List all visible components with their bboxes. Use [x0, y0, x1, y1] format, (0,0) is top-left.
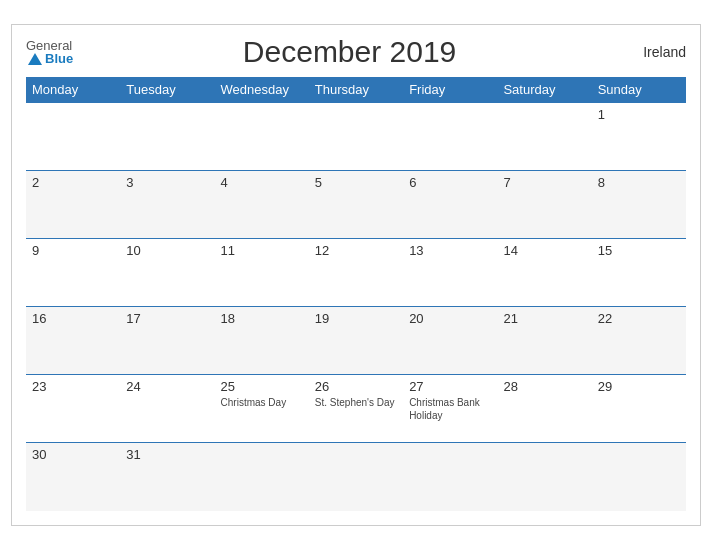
day-number: 30	[32, 447, 114, 462]
day-number: 5	[315, 175, 397, 190]
day-number: 17	[126, 311, 208, 326]
calendar-day-cell	[120, 103, 214, 171]
country-label: Ireland	[626, 44, 686, 60]
weekday-header-sunday: Sunday	[592, 77, 686, 103]
calendar-day-cell	[26, 103, 120, 171]
calendar-day-cell: 12	[309, 239, 403, 307]
calendar-day-cell: 14	[497, 239, 591, 307]
calendar-day-cell: 31	[120, 443, 214, 511]
day-number: 12	[315, 243, 397, 258]
calendar-day-cell: 11	[215, 239, 309, 307]
calendar-container: General Blue December 2019 Ireland Monda…	[11, 24, 701, 526]
day-number: 10	[126, 243, 208, 258]
calendar-day-cell	[309, 103, 403, 171]
day-number: 2	[32, 175, 114, 190]
calendar-day-cell: 4	[215, 171, 309, 239]
day-number: 4	[221, 175, 303, 190]
calendar-day-cell	[403, 443, 497, 511]
calendar-week-row: 1	[26, 103, 686, 171]
calendar-day-cell: 27Christmas Bank Holiday	[403, 375, 497, 443]
day-number: 22	[598, 311, 680, 326]
calendar-day-cell: 29	[592, 375, 686, 443]
day-number: 21	[503, 311, 585, 326]
calendar-day-cell	[497, 103, 591, 171]
calendar-day-cell	[215, 103, 309, 171]
day-number: 29	[598, 379, 680, 394]
calendar-week-row: 2345678	[26, 171, 686, 239]
day-number: 14	[503, 243, 585, 258]
day-number: 27	[409, 379, 491, 394]
calendar-day-cell: 6	[403, 171, 497, 239]
calendar-body: 1234567891011121314151617181920212223242…	[26, 103, 686, 511]
calendar-day-cell: 7	[497, 171, 591, 239]
day-event: Christmas Bank Holiday	[409, 396, 491, 422]
calendar-day-cell: 18	[215, 307, 309, 375]
day-number: 1	[598, 107, 680, 122]
day-number: 3	[126, 175, 208, 190]
day-number: 13	[409, 243, 491, 258]
month-title: December 2019	[73, 35, 626, 69]
day-number: 31	[126, 447, 208, 462]
day-number: 23	[32, 379, 114, 394]
calendar-day-cell: 22	[592, 307, 686, 375]
calendar-day-cell: 2	[26, 171, 120, 239]
weekday-header-wednesday: Wednesday	[215, 77, 309, 103]
calendar-table: MondayTuesdayWednesdayThursdayFridaySatu…	[26, 77, 686, 511]
calendar-day-cell: 20	[403, 307, 497, 375]
day-number: 26	[315, 379, 397, 394]
calendar-day-cell: 21	[497, 307, 591, 375]
day-number: 24	[126, 379, 208, 394]
calendar-day-cell	[592, 443, 686, 511]
weekday-header-thursday: Thursday	[309, 77, 403, 103]
weekday-header-friday: Friday	[403, 77, 497, 103]
calendar-day-cell: 19	[309, 307, 403, 375]
calendar-day-cell: 24	[120, 375, 214, 443]
day-number: 19	[315, 311, 397, 326]
logo: General Blue	[26, 39, 73, 65]
weekday-header-tuesday: Tuesday	[120, 77, 214, 103]
day-number: 28	[503, 379, 585, 394]
day-number: 7	[503, 175, 585, 190]
calendar-day-cell: 17	[120, 307, 214, 375]
calendar-day-cell: 9	[26, 239, 120, 307]
day-event: St. Stephen's Day	[315, 396, 397, 409]
calendar-day-cell: 25Christmas Day	[215, 375, 309, 443]
day-number: 25	[221, 379, 303, 394]
calendar-day-cell: 1	[592, 103, 686, 171]
calendar-day-cell: 10	[120, 239, 214, 307]
day-number: 16	[32, 311, 114, 326]
calendar-day-cell: 23	[26, 375, 120, 443]
calendar-week-row: 232425Christmas Day26St. Stephen's Day27…	[26, 375, 686, 443]
calendar-day-cell	[497, 443, 591, 511]
day-number: 11	[221, 243, 303, 258]
day-number: 9	[32, 243, 114, 258]
weekday-header-row: MondayTuesdayWednesdayThursdayFridaySatu…	[26, 77, 686, 103]
day-number: 15	[598, 243, 680, 258]
calendar-day-cell	[309, 443, 403, 511]
calendar-week-row: 16171819202122	[26, 307, 686, 375]
calendar-week-row: 3031	[26, 443, 686, 511]
calendar-day-cell: 26St. Stephen's Day	[309, 375, 403, 443]
calendar-day-cell: 28	[497, 375, 591, 443]
calendar-day-cell: 13	[403, 239, 497, 307]
day-number: 20	[409, 311, 491, 326]
weekday-header-monday: Monday	[26, 77, 120, 103]
day-number: 6	[409, 175, 491, 190]
calendar-day-cell: 16	[26, 307, 120, 375]
calendar-day-cell: 8	[592, 171, 686, 239]
day-number: 8	[598, 175, 680, 190]
day-event: Christmas Day	[221, 396, 303, 409]
logo-blue-area: Blue	[26, 52, 73, 65]
calendar-week-row: 9101112131415	[26, 239, 686, 307]
day-number: 18	[221, 311, 303, 326]
calendar-day-cell: 3	[120, 171, 214, 239]
calendar-header: General Blue December 2019 Ireland	[26, 35, 686, 69]
calendar-day-cell	[215, 443, 309, 511]
logo-triangle-icon	[28, 53, 42, 65]
calendar-day-cell: 15	[592, 239, 686, 307]
calendar-header-row: MondayTuesdayWednesdayThursdayFridaySatu…	[26, 77, 686, 103]
calendar-day-cell: 30	[26, 443, 120, 511]
calendar-day-cell	[403, 103, 497, 171]
logo-blue-text: Blue	[45, 52, 73, 65]
weekday-header-saturday: Saturday	[497, 77, 591, 103]
